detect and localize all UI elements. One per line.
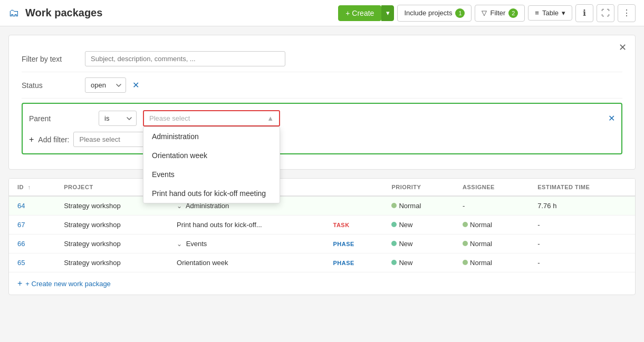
expand-icon-64[interactable]: ⌄: [177, 202, 182, 210]
work-packages-table-container: ID ↑ PROJECT ↕ SUBJECT PRIORITY ASSIGNEE…: [8, 178, 636, 295]
page-title: Work packages: [25, 7, 332, 19]
col-type-empty: [325, 179, 383, 196]
type-badge-65: PHASE: [333, 260, 354, 266]
filter-status-label: Status: [22, 81, 85, 90]
filter-text-row: Filter by text: [22, 46, 622, 72]
cell-type-66: PHASE: [325, 234, 383, 253]
cell-id-64[interactable]: 64: [9, 196, 55, 216]
create-dropdown-arrow[interactable]: ▾: [381, 5, 394, 21]
cell-id-67[interactable]: 67: [9, 216, 55, 234]
col-estimated-time[interactable]: ESTIMATED TIME: [529, 179, 635, 196]
col-assignee[interactable]: ASSIGNEE: [454, 179, 529, 196]
cell-priority-64: Normal: [383, 196, 454, 216]
include-projects-button[interactable]: Include projects 1: [397, 5, 472, 22]
cell-project-67: Strategy workshop: [55, 216, 168, 234]
cell-subject-65: Orientation week: [168, 253, 324, 272]
table-icon: ≡: [535, 9, 539, 17]
sort-icon-id: ↑: [28, 184, 31, 190]
fullscreen-icon: ⛶: [601, 8, 610, 18]
filter-status-controls: open closed all ✕: [85, 77, 139, 93]
type-badge-66: PHASE: [333, 241, 354, 247]
table-dropdown-arrow: ▾: [562, 9, 565, 17]
add-filter-label: Add filter:: [38, 135, 69, 144]
header-actions: + Create ▾ Include projects 1 ▽ Filter 2…: [338, 4, 636, 22]
dropdown-item-events[interactable]: Events: [143, 165, 280, 184]
cell-status-65: New: [383, 253, 454, 272]
filter-status-select[interactable]: open closed all: [85, 77, 126, 93]
cell-status-66: New: [383, 234, 454, 253]
cell-subject-66: ⌄ Events: [168, 234, 324, 253]
cell-type-64: [325, 196, 383, 216]
dropdown-item-print-hand-outs[interactable]: Print hand outs for kick-off meeting: [143, 184, 280, 203]
cell-subject-67: Print hand outs for kick-off...: [168, 216, 324, 234]
cell-type-65: PHASE: [325, 253, 383, 272]
status-dot-66: [391, 241, 397, 246]
priority-dot-66: [463, 241, 468, 246]
main-content: ✕ Filter by text Status open closed all …: [0, 26, 644, 304]
table-header: ID ↑ PROJECT ↕ SUBJECT PRIORITY ASSIGNEE…: [9, 179, 635, 196]
table-row: 64 Strategy workshop ⌄ Administration No…: [9, 196, 635, 216]
app-header: 🗂 Work packages + Create ▾ Include proje…: [0, 0, 644, 26]
expand-icon-66[interactable]: ⌄: [177, 240, 182, 248]
cell-type-67: TASK: [325, 216, 383, 234]
cell-id-66[interactable]: 66: [9, 234, 55, 253]
table-label: Table: [542, 9, 559, 17]
filter-parent-operator[interactable]: is is not: [99, 111, 137, 126]
filter-text-label: Filter by text: [22, 55, 85, 63]
table-row: 66 Strategy workshop ⌄ Events PHASE New …: [9, 234, 635, 253]
info-icon: ℹ: [583, 8, 586, 18]
filter-status-clear[interactable]: ✕: [132, 80, 139, 90]
filter-status-row: Status open closed all ✕: [22, 72, 622, 99]
cell-project-65: Strategy workshop: [55, 253, 168, 272]
cell-priority-66: Normal: [454, 234, 529, 253]
priority-dot-64: [391, 203, 397, 208]
dropdown-item-administration[interactable]: Administration: [143, 127, 280, 146]
include-projects-badge: 1: [455, 8, 465, 18]
filter-parent-section: Parent is is not Please select ▲ Adminis…: [22, 103, 622, 154]
app-icon: 🗂: [8, 7, 19, 19]
filter-parent-select[interactable]: Please select ▲: [143, 110, 280, 126]
col-priority[interactable]: PRIORITY: [383, 179, 454, 196]
table-row: 65 Strategy workshop Orientation week PH…: [9, 253, 635, 272]
filter-parent-clear[interactable]: ✕: [608, 113, 615, 123]
priority-dot-65: [463, 260, 468, 265]
cell-time-64: 7.76 h: [529, 196, 635, 216]
status-dot-67: [391, 222, 397, 227]
add-filter-plus-icon: +: [29, 135, 34, 144]
filter-close-button[interactable]: ✕: [619, 42, 627, 53]
dropdown-item-orientation-week[interactable]: Orientation week: [143, 146, 280, 165]
type-badge-67: TASK: [333, 222, 350, 228]
work-packages-table: ID ↑ PROJECT ↕ SUBJECT PRIORITY ASSIGNEE…: [9, 179, 635, 272]
filter-parent-row: Parent is is not Please select ▲ Adminis…: [29, 110, 615, 126]
table-header-row: ID ↑ PROJECT ↕ SUBJECT PRIORITY ASSIGNEE…: [9, 179, 635, 196]
filter-button[interactable]: ▽ Filter 2: [475, 5, 525, 22]
fullscreen-button[interactable]: ⛶: [597, 4, 614, 22]
filter-label: Filter: [490, 9, 505, 17]
cell-id-65[interactable]: 65: [9, 253, 55, 272]
filter-parent-label: Parent: [29, 114, 92, 123]
more-options-button[interactable]: ⋮: [618, 4, 636, 22]
priority-dot-67: [463, 222, 468, 227]
cell-project-66: Strategy workshop: [55, 234, 168, 253]
filter-parent-dropdown-container: Please select ▲ Administration Orientati…: [143, 110, 280, 126]
col-id[interactable]: ID ↑: [9, 179, 55, 196]
include-projects-label: Include projects: [404, 9, 452, 17]
filter-badge: 2: [508, 8, 518, 18]
create-button[interactable]: + Create: [338, 5, 381, 21]
filter-panel: ✕ Filter by text Status open closed all …: [8, 35, 636, 170]
cell-assignee-67: -: [529, 216, 635, 234]
cell-assignee-64: -: [454, 196, 529, 216]
cell-assignee-66: -: [529, 234, 635, 253]
table-view-button[interactable]: ≡ Table ▾: [528, 5, 572, 21]
info-button[interactable]: ℹ: [575, 4, 593, 22]
filter-text-input[interactable]: [85, 51, 285, 66]
create-new-work-package-link[interactable]: + + Create new work package: [9, 272, 635, 295]
create-new-plus-icon: +: [17, 279, 22, 288]
cell-assignee-65: -: [529, 253, 635, 272]
create-new-label: + Create new work package: [25, 280, 111, 288]
cell-priority-65: Normal: [454, 253, 529, 272]
table-body: 64 Strategy workshop ⌄ Administration No…: [9, 196, 635, 272]
status-dot-65: [391, 260, 397, 265]
table-row: 67 Strategy workshop Print hand outs for…: [9, 216, 635, 234]
chevron-up-icon: ▲: [267, 114, 274, 122]
